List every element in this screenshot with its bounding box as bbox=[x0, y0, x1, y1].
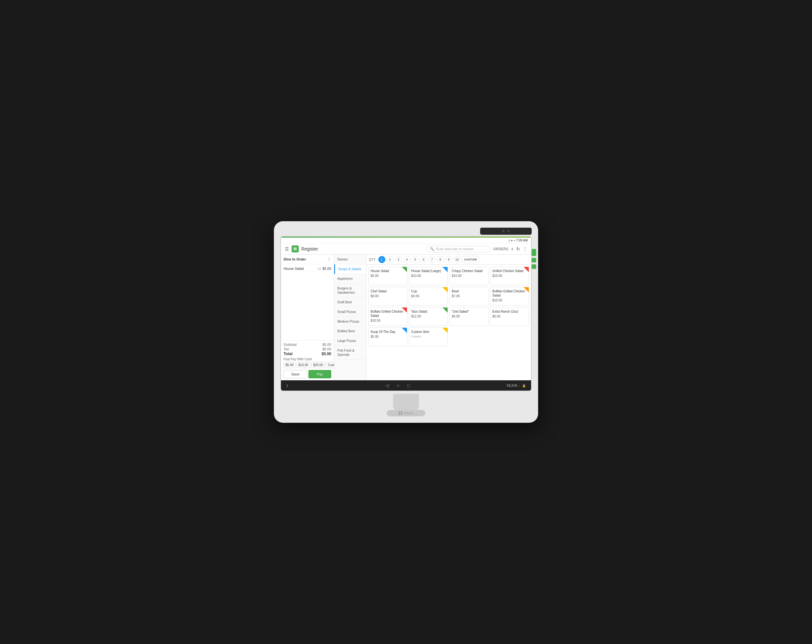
hamburger-icon[interactable]: ☰ bbox=[285, 246, 289, 251]
product-custom-item[interactable]: Custom Item Custom bbox=[409, 327, 448, 346]
product-name: Buffalo Grilled Chicken Salad bbox=[371, 309, 405, 318]
side-button-3[interactable] bbox=[532, 264, 536, 269]
category-bottled-beer[interactable]: Bottled Beer bbox=[334, 326, 366, 336]
product-grilled-chicken-salad[interactable]: Grilled Chicken Salad $10.00 bbox=[490, 266, 529, 285]
qty-btn-7[interactable]: 7 bbox=[429, 256, 436, 263]
barcode-icon: ⫿ bbox=[286, 383, 289, 388]
tax-row: Tax $0.00 bbox=[284, 347, 331, 351]
svg-rect-0 bbox=[293, 247, 297, 251]
category-panel: Ramen Soups & Salads Appetizers Burgers … bbox=[334, 255, 366, 380]
qty-bar: QTY 1 2 3 4 5 6 7 8 9 10 CUSTOM bbox=[366, 255, 531, 265]
search-placeholder: Scan barcode or search bbox=[436, 247, 474, 251]
qty-btn-8[interactable]: 8 bbox=[437, 256, 444, 263]
product-taco-salad[interactable]: Taco Salad $12.00 bbox=[409, 307, 448, 326]
nav-center: ◁ ○ □ bbox=[385, 383, 410, 388]
subtotal-row: Subtotal $5.00 bbox=[284, 343, 331, 347]
product-price: $9.00 bbox=[371, 294, 405, 298]
product-flag bbox=[524, 267, 529, 272]
app-logo bbox=[292, 245, 299, 253]
product-name: Chef Salad bbox=[371, 289, 405, 293]
order-item-name: House Salad bbox=[284, 266, 318, 271]
product-name: Custom Item bbox=[411, 330, 446, 334]
product-2nd-salad[interactable]: *2nd Salad* $6.00 bbox=[450, 307, 488, 326]
product-name: Taco Salad bbox=[411, 309, 446, 314]
main-layout: Dine In Order ⋮ House Salad x1 $5.00 Sub… bbox=[281, 255, 531, 380]
subtotal-value: $5.00 bbox=[322, 343, 331, 347]
product-flag bbox=[443, 287, 447, 292]
product-name: House Salad (Large) bbox=[411, 269, 446, 273]
product-buffalo-grilled-chicken-salad-2[interactable]: Buffalo Grilled Chicken Salad $10.50 bbox=[368, 307, 407, 326]
user-label: KEJUN bbox=[507, 384, 517, 387]
product-crispy-chicken-salad[interactable]: Crispy Chicken Salad $10.00 bbox=[450, 266, 488, 285]
fast-pay-10[interactable]: $10.00 bbox=[296, 362, 310, 368]
fast-pay-20[interactable]: $20.00 bbox=[311, 362, 325, 368]
category-small-pizzas[interactable]: Small Pizzas bbox=[334, 307, 366, 317]
action-buttons: Save Pay bbox=[284, 370, 331, 378]
total-row: Total $5.00 bbox=[284, 352, 331, 356]
product-soup-of-the-day[interactable]: Soup Of The Day $5.95 bbox=[368, 327, 407, 346]
qty-btn-6[interactable]: 6 bbox=[420, 256, 427, 263]
product-name: Cup bbox=[411, 289, 446, 293]
category-draft-beer[interactable]: Draft Beer bbox=[334, 297, 366, 307]
category-pub-food[interactable]: Pub Food & Specials bbox=[334, 346, 366, 360]
product-chef-salad[interactable]: Chef Salad $9.00 bbox=[368, 287, 407, 306]
product-price: $4.00 bbox=[411, 294, 446, 298]
product-price: $10.50 bbox=[371, 319, 405, 322]
tax-label: Tax bbox=[284, 347, 289, 351]
signal-icon: 1 bbox=[508, 239, 510, 242]
camera-area bbox=[280, 228, 532, 235]
product-price: $6.00 bbox=[452, 315, 486, 318]
search-bar[interactable]: 🔍 Scan barcode or search bbox=[426, 246, 491, 253]
add-order-button[interactable]: + bbox=[511, 246, 514, 251]
product-flag bbox=[402, 267, 407, 272]
orders-label: ORDERS bbox=[493, 247, 508, 251]
order-panel: Dine In Order ⋮ House Salad x1 $5.00 Sub… bbox=[281, 255, 334, 380]
back-button[interactable]: ◁ bbox=[385, 383, 389, 388]
qty-btn-custom[interactable]: CUSTOM bbox=[462, 256, 479, 263]
qty-btn-10[interactable]: 10 bbox=[454, 256, 461, 263]
product-price: $0.50 bbox=[492, 315, 527, 318]
category-medium-pizzas[interactable]: Medium Pizzas bbox=[334, 317, 366, 326]
product-house-salad-large[interactable]: House Salad (Large) $10.00 bbox=[409, 266, 448, 285]
product-flag bbox=[402, 328, 407, 333]
qty-btn-5[interactable]: 5 bbox=[412, 256, 419, 263]
qty-btn-1[interactable]: 1 bbox=[378, 256, 385, 263]
product-name: Bowl bbox=[452, 289, 486, 293]
product-bowl[interactable]: Bowl $7.00 bbox=[450, 287, 488, 306]
pay-button[interactable]: Pay bbox=[308, 370, 331, 378]
home-button[interactable]: ○ bbox=[397, 383, 399, 388]
order-title: Dine In Order bbox=[284, 257, 306, 261]
camera-lens-2 bbox=[507, 230, 510, 233]
product-house-salad[interactable]: House Salad $5.00 bbox=[368, 266, 407, 285]
header-right: ORDERS + ↻ ⋮ bbox=[493, 246, 527, 251]
category-soups-salads[interactable]: Soups & Salads bbox=[334, 264, 366, 274]
qty-btn-3[interactable]: 3 bbox=[395, 256, 402, 263]
product-cup[interactable]: Cup $4.00 bbox=[409, 287, 448, 306]
status-time: 7:09 AM bbox=[516, 239, 528, 242]
product-buffalo-grilled-chicken-salad-1[interactable]: Buffalo Grilled Chicken Salad $10.50 bbox=[490, 287, 529, 306]
qty-btn-4[interactable]: 4 bbox=[403, 256, 411, 263]
product-extra-ranch[interactable]: Extra Ranch (2oz) $0.50 bbox=[490, 307, 529, 326]
product-name: Grilled Chicken Salad bbox=[492, 269, 527, 273]
order-item[interactable]: House Salad x1 $5.00 bbox=[284, 265, 331, 272]
app-title: Register bbox=[301, 246, 424, 251]
category-ramen[interactable]: Ramen bbox=[334, 255, 366, 264]
lock-icon[interactable]: 🔒 bbox=[522, 384, 526, 387]
side-button-1[interactable] bbox=[532, 249, 536, 256]
more-button[interactable]: ⋮ bbox=[523, 246, 527, 251]
fast-pay-5[interactable]: $5.00 bbox=[284, 362, 296, 368]
save-button[interactable]: Save bbox=[284, 370, 307, 378]
category-appetizers[interactable]: Appetizers bbox=[334, 274, 366, 284]
fast-pay-label: Fast Pay With Cash bbox=[284, 358, 331, 361]
category-burgers-sandwiches[interactable]: Burgers & Sandwiches bbox=[334, 284, 366, 297]
wifi-icon: ▾ bbox=[511, 239, 513, 242]
stand-logo: clover bbox=[404, 411, 414, 415]
order-menu-icon[interactable]: ⋮ bbox=[327, 257, 331, 262]
side-button-2[interactable] bbox=[532, 258, 536, 262]
category-large-pizzas[interactable]: Large Pizzas bbox=[334, 336, 366, 346]
product-price: $5.95 bbox=[371, 335, 405, 338]
qty-btn-2[interactable]: 2 bbox=[387, 256, 394, 263]
recents-button[interactable]: □ bbox=[407, 383, 410, 388]
qty-btn-9[interactable]: 9 bbox=[445, 256, 452, 263]
refresh-button[interactable]: ↻ bbox=[516, 246, 520, 251]
